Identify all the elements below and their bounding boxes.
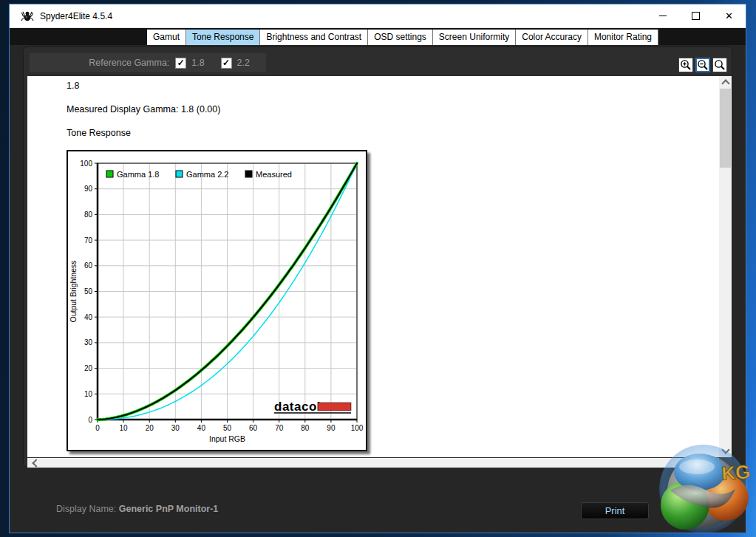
zoom-reset-button[interactable] (712, 58, 727, 72)
svg-text:30: 30 (84, 338, 93, 346)
zoom-out-button[interactable] (695, 58, 710, 72)
tab-screen-uniformity[interactable]: Screen Uniformity (433, 30, 516, 45)
close-icon: ✕ (725, 10, 733, 21)
gamma-2.2-checkbox[interactable]: ✓ (221, 58, 232, 69)
zoom-reset-icon (714, 59, 726, 71)
svg-text:10: 10 (84, 390, 93, 398)
svg-text:Gamma 1.8: Gamma 1.8 (117, 170, 159, 179)
svg-text:10: 10 (120, 424, 129, 432)
zoom-in-icon (680, 59, 692, 71)
svg-text:90: 90 (84, 185, 93, 193)
svg-text:90: 90 (327, 424, 336, 432)
svg-text:40: 40 (84, 313, 93, 321)
svg-text:40: 40 (197, 424, 206, 432)
svg-text:70: 70 (84, 236, 93, 244)
report-content: 1.8 Measured Display Gamma: 1.8 (0.00) T… (27, 76, 719, 457)
svg-text:0: 0 (95, 424, 100, 432)
minimize-button[interactable] (646, 4, 679, 27)
svg-text:80: 80 (84, 211, 93, 219)
maximize-button[interactable] (679, 4, 712, 27)
svg-text:20: 20 (84, 364, 93, 372)
chevron-left-icon (32, 459, 40, 467)
display-name-value: Generic PnP Monitor-1 (119, 504, 219, 514)
tab-gamut[interactable]: Gamut (147, 30, 186, 45)
tone-response-plot: 0102030405060708090100010203040506070809… (68, 151, 366, 450)
svg-text:50: 50 (223, 424, 232, 432)
app-window: Spyder4Elite 4.5.4 ✕ GamutTone ResponseB… (9, 4, 746, 533)
tab-brightness-and-contrast[interactable]: Brightness and Contrast (260, 30, 368, 45)
zoom-in-button[interactable] (678, 58, 693, 72)
spyder-app-icon (21, 10, 34, 23)
svg-text:60: 60 (249, 424, 258, 432)
svg-text:50: 50 (84, 287, 93, 295)
horizontal-scrollbar[interactable] (27, 458, 719, 468)
svg-text:60: 60 (84, 261, 93, 270)
tone-response-chart: 0102030405060708090100010203040506070809… (67, 150, 367, 451)
svg-text:Output Brightness: Output Brightness (69, 260, 78, 322)
tone-response-heading: Tone Response (67, 128, 131, 138)
chevron-up-icon (721, 79, 729, 87)
svg-text:70: 70 (275, 424, 284, 432)
tab-osd-settings[interactable]: OSD settings (368, 30, 433, 45)
tab-color-accuracy[interactable]: Color Accuracy (516, 30, 588, 45)
zoom-out-icon (697, 59, 709, 71)
tab-tone-response[interactable]: Tone Response (186, 30, 260, 45)
svg-text:80: 80 (301, 424, 310, 432)
kitguru-watermark-logo: KG (657, 445, 750, 537)
gamma-2.2-checkbox-label: 2.2 (237, 58, 250, 68)
svg-text:100: 100 (351, 424, 364, 432)
scroll-left-button[interactable] (29, 458, 41, 468)
title-bar[interactable]: Spyder4Elite 4.5.4 ✕ (10, 4, 746, 28)
reference-gamma-label: Reference Gamma: (30, 58, 169, 68)
svg-text:30: 30 (171, 424, 180, 432)
vertical-scrollbar[interactable] (719, 76, 732, 457)
svg-text:Input RGB: Input RGB (209, 434, 245, 443)
kitguru-kg-text: KG (721, 460, 750, 485)
display-name: Display Name: Generic PnP Monitor-1 (56, 504, 218, 514)
svg-text:0: 0 (88, 416, 92, 424)
svg-text:Gamma 2.2: Gamma 2.2 (186, 170, 228, 179)
zoom-controls (678, 58, 727, 72)
svg-text:20: 20 (146, 424, 154, 432)
close-button[interactable]: ✕ (712, 4, 746, 27)
tab-monitor-rating[interactable]: Monitor Rating (588, 30, 658, 45)
maximize-icon (692, 12, 700, 20)
gamma-1.8-checkbox[interactable]: ✓ (175, 58, 186, 69)
svg-text:Measured: Measured (256, 170, 292, 179)
scroll-up-button[interactable] (719, 76, 732, 89)
window-title: Spyder4Elite 4.5.4 (40, 11, 112, 21)
print-button[interactable]: Print (581, 502, 649, 519)
svg-text:100: 100 (80, 160, 92, 168)
tab-bar: GamutTone ResponseBrightness and Contras… (10, 28, 746, 45)
display-name-label: Display Name: (56, 504, 116, 514)
main-panel: Reference Gamma: ✓ 1.8 ✓ 2.2 (23, 47, 732, 468)
minimize-icon (659, 16, 667, 16)
reference-gamma-toolbar: Reference Gamma: ✓ 1.8 ✓ 2.2 (30, 53, 266, 72)
gamma-heading: 1.8 (67, 81, 79, 91)
measured-gamma-text: Measured Display Gamma: 1.8 (0.00) (67, 104, 220, 114)
vertical-scrollbar-thumb[interactable] (720, 89, 731, 168)
gamma-1.8-checkbox-label: 1.8 (191, 58, 204, 68)
